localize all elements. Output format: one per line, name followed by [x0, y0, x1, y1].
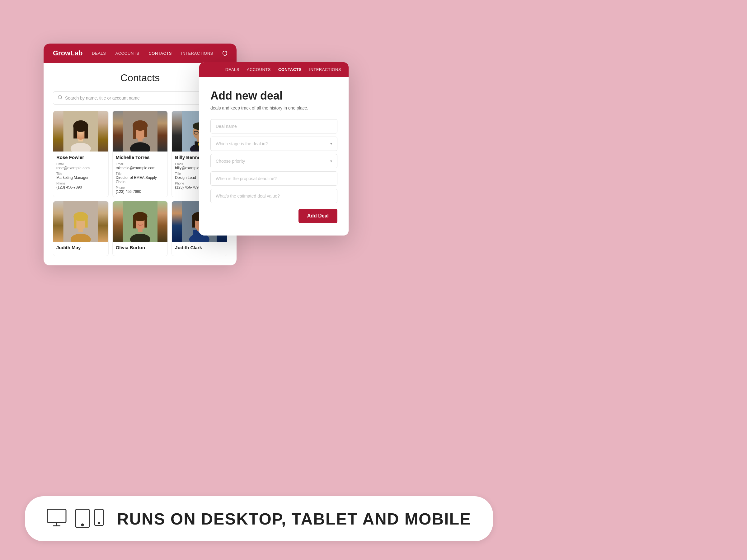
contact-name-michelle: Michelle Torres — [116, 155, 165, 160]
second-nav-contacts[interactable]: CONTACTS — [278, 67, 302, 72]
theme-toggle[interactable] — [223, 51, 227, 56]
search-icon — [58, 95, 62, 101]
deal-deadline-placeholder: When is the proposal deadline? — [216, 176, 277, 181]
bottom-banner-text: RUNS ON DESKTOP, TABLET AND MOBILE — [117, 510, 471, 528]
contact-info-olivia: Olivia Burton — [113, 242, 168, 256]
svg-rect-8 — [84, 127, 88, 138]
svg-rect-14 — [133, 126, 136, 139]
deal-priority-field[interactable]: Choose priority ▾ — [210, 154, 337, 168]
deal-value-field[interactable]: What's the estimated deal value? — [210, 189, 337, 203]
svg-rect-49 — [47, 509, 66, 522]
svg-rect-7 — [74, 127, 77, 138]
deal-priority-placeholder: Choose priority — [216, 159, 245, 164]
contact-card-rose[interactable]: Rose Fowler Email rose@example.com Title… — [53, 111, 109, 197]
main-nav-bar: GrowLab DEALS ACCOUNTS CONTACTS INTERACT… — [44, 44, 236, 63]
nav-accounts[interactable]: ACCOUNTS — [115, 51, 139, 56]
second-nav-accounts[interactable]: ACCOUNTS — [247, 67, 271, 72]
nav-contacts[interactable]: CONTACTS — [149, 51, 172, 56]
contact-info-judith-may: Judith May — [53, 242, 108, 256]
svg-rect-31 — [74, 217, 76, 229]
contact-info-judith-clark: Judith Clark — [172, 242, 227, 256]
add-deal-button[interactable]: Add Deal — [299, 209, 337, 223]
second-nav-deals[interactable]: DEALS — [225, 67, 239, 72]
deal-name-placeholder: Deal name — [216, 124, 237, 129]
second-nav-interactions[interactable]: INTERACTIONS — [309, 67, 341, 72]
contact-photo-olivia — [113, 201, 168, 242]
chevron-down-icon-2: ▾ — [330, 159, 332, 163]
second-window: DEALS ACCOUNTS CONTACTS INTERACTIONS Add… — [199, 62, 349, 236]
contact-name-olivia: Olivia Burton — [116, 245, 165, 250]
contact-name-judith-clark: Judith Clark — [175, 245, 224, 250]
modal-title: Add new deal — [210, 89, 337, 102]
nav-interactions[interactable]: INTERACTIONS — [181, 51, 213, 56]
contact-card-judith-may[interactable]: Judith May — [53, 201, 109, 256]
bottom-banner: RUNS ON DESKTOP, TABLET AND MOBILE — [25, 496, 493, 541]
svg-rect-39 — [145, 217, 147, 228]
nav-deals[interactable]: DEALS — [92, 51, 106, 56]
contact-name-judith-may: Judith May — [56, 245, 105, 250]
contact-photo-rose — [53, 111, 108, 152]
second-nav-bar: DEALS ACCOUNTS CONTACTS INTERACTIONS — [199, 62, 349, 77]
chevron-down-icon: ▾ — [330, 141, 332, 146]
contact-photo-michelle — [113, 111, 168, 152]
svg-point-53 — [81, 524, 83, 526]
svg-point-0 — [58, 96, 61, 99]
svg-point-55 — [98, 522, 100, 524]
modal-subtitle: deals and keep track of all the history … — [210, 105, 337, 110]
deal-stage-field[interactable]: Which stage is the deal in? ▾ — [210, 137, 337, 151]
deal-stage-placeholder: Which stage is the deal in? — [216, 141, 268, 146]
contact-card-olivia[interactable]: Olivia Burton — [112, 201, 168, 256]
svg-rect-38 — [133, 217, 136, 229]
modal-content: Add new deal deals and keep track of all… — [199, 77, 349, 236]
deal-name-field[interactable]: Deal name — [210, 119, 337, 133]
logo: GrowLab — [53, 49, 82, 57]
contact-card-michelle[interactable]: Michelle Torres Email michelle@example.c… — [112, 111, 168, 197]
contact-name-rose: Rose Fowler — [56, 155, 105, 160]
deal-deadline-field[interactable]: When is the proposal deadline? — [210, 171, 337, 186]
svg-rect-32 — [85, 217, 87, 228]
device-icons — [47, 509, 105, 529]
svg-rect-47 — [192, 217, 195, 228]
contact-photo-judith-may — [53, 201, 108, 242]
deal-value-placeholder: What's the estimated deal value? — [216, 193, 280, 198]
contact-info-michelle: Michelle Torres Email michelle@example.c… — [113, 152, 168, 197]
svg-rect-15 — [144, 126, 147, 137]
contact-info-rose: Rose Fowler Email rose@example.com Title… — [53, 152, 108, 193]
svg-line-1 — [61, 98, 62, 99]
